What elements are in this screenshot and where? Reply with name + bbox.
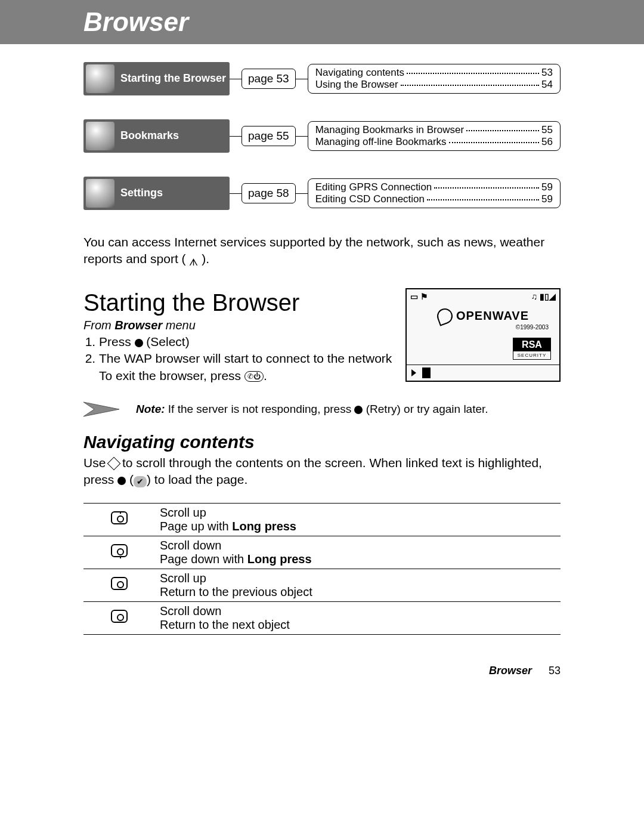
sub-name: Editing CSD Connection	[315, 193, 425, 205]
sub-name: Managing off-line Bookmarks	[315, 136, 447, 148]
sub-page: 53	[541, 67, 553, 79]
sub-page: 55	[541, 124, 553, 136]
topic-box: Bookmarks	[83, 119, 230, 153]
table-row: Scroll up Return to the previous object	[83, 569, 561, 601]
openwave-logo: OPENWAVE	[410, 308, 556, 324]
topic-label: Bookmarks	[120, 130, 179, 142]
action-line: Scroll up	[160, 572, 556, 585]
action-line: Scroll down	[160, 604, 556, 618]
page-ref: page 58	[242, 183, 296, 203]
sub-page: 59	[541, 193, 553, 205]
status-right-icons: ♫ ▮▯◢	[531, 292, 556, 301]
note-label: Note:	[136, 403, 165, 415]
action-line: Return to the previous object	[160, 585, 312, 598]
note: Note: If the server is not responding, p…	[83, 399, 561, 420]
connector-line	[296, 79, 308, 79]
step-2: The WAP browser will start to connect to…	[99, 350, 394, 384]
rsa-logo: RSA SECURITY	[513, 338, 551, 360]
note-arrow-icon	[83, 399, 126, 420]
connector-line	[296, 136, 308, 137]
table-row: Scroll down Return to the next object	[83, 601, 561, 634]
sub-topics: Editing GPRS Connection59 Editing CSD Co…	[308, 178, 561, 208]
footer-page-number: 53	[549, 665, 561, 677]
globe-icon	[86, 179, 114, 208]
from-menu: From Browser menu	[83, 319, 394, 332]
select-button-icon	[354, 406, 363, 414]
page-title: Browser	[83, 7, 188, 36]
page-ref: page 53	[242, 69, 296, 89]
swirl-icon	[435, 306, 454, 326]
sub-name: Navigating contents	[315, 67, 404, 79]
svg-point-2	[117, 549, 123, 555]
svg-point-1	[117, 516, 123, 522]
phone-screenshot: ▭ ⚑ ♫ ▮▯◢ OPENWAVE ©1999-2003 RSA SECURI…	[405, 288, 561, 382]
sub-name: Using the Browser	[315, 79, 398, 91]
topic-box: Settings	[83, 177, 230, 210]
table-row: Scroll up Page up with Long press	[83, 503, 561, 536]
right-key-icon	[111, 610, 128, 623]
svg-marker-0	[83, 402, 119, 416]
copyright-text: ©1999-2003	[410, 324, 556, 331]
intro-text: You can access Internet services support…	[83, 234, 561, 269]
sub-name: Managing Bookmarks in Browser	[315, 124, 464, 136]
navigation-table: Scroll up Page up with Long press Scroll…	[83, 503, 561, 635]
table-row: Scroll down Page down with Long press	[83, 536, 561, 569]
select-button-icon	[135, 339, 143, 347]
svg-point-3	[117, 582, 123, 588]
sub-topics: Navigating contents53 Using the Browser5…	[308, 64, 561, 94]
section-title-starting: Starting the Browser	[83, 289, 394, 316]
sub-topics: Managing Bookmarks in Browser55 Managing…	[308, 121, 561, 151]
footer-section: Browser	[489, 665, 532, 677]
page-header: Browser	[0, 0, 644, 44]
topic-settings: Settings page 58 Editing GPRS Connection…	[83, 177, 561, 210]
end-key-icon: ✆⏻	[244, 371, 264, 382]
action-line: Page down with	[160, 552, 247, 566]
globe-icon	[86, 122, 114, 150]
svg-point-4	[117, 614, 123, 620]
play-icon	[411, 369, 416, 376]
section-title-navigating: Navigating contents	[83, 432, 561, 452]
navigating-text: Use to scroll through the contents on th…	[83, 455, 561, 489]
sub-page: 54	[541, 79, 553, 91]
phone-softkey-bar	[407, 365, 559, 381]
up-key-icon	[111, 511, 128, 524]
sub-name: Editing GPRS Connection	[315, 181, 432, 193]
check-icon: ✔	[134, 476, 147, 487]
phone-status-bar: ▭ ⚑ ♫ ▮▯◢	[407, 289, 559, 304]
sub-page: 56	[541, 136, 553, 148]
cursor-icon	[422, 368, 431, 378]
globe-icon	[86, 64, 114, 93]
antenna-person-icon: ᗑ	[189, 256, 198, 269]
page-ref: page 55	[242, 126, 296, 146]
connector-line	[230, 193, 242, 194]
action-line: Scroll up	[160, 506, 556, 520]
steps-list: Press (Select) The WAP browser will star…	[83, 333, 394, 384]
page-footer: Browser 53	[0, 647, 644, 689]
select-button-icon	[117, 477, 126, 485]
topic-label: Settings	[120, 187, 163, 199]
topic-label: Starting the Browser	[120, 73, 226, 85]
down-key-icon	[111, 544, 128, 557]
connector-line	[230, 136, 242, 137]
action-line: Return to the next object	[160, 618, 290, 631]
topic-box: Starting the Browser	[83, 62, 230, 95]
step-1: Press (Select)	[99, 333, 394, 350]
status-left-icons: ▭ ⚑	[410, 292, 428, 301]
topic-starting-browser: Starting the Browser page 53 Navigating …	[83, 62, 561, 95]
sub-page: 59	[541, 181, 553, 193]
action-line: Page up with	[160, 520, 232, 533]
topic-bookmarks: Bookmarks page 55 Managing Bookmarks in …	[83, 119, 561, 153]
left-key-icon	[111, 577, 128, 590]
connector-line	[230, 79, 242, 79]
connector-line	[296, 193, 308, 194]
action-line: Scroll down	[160, 539, 556, 552]
